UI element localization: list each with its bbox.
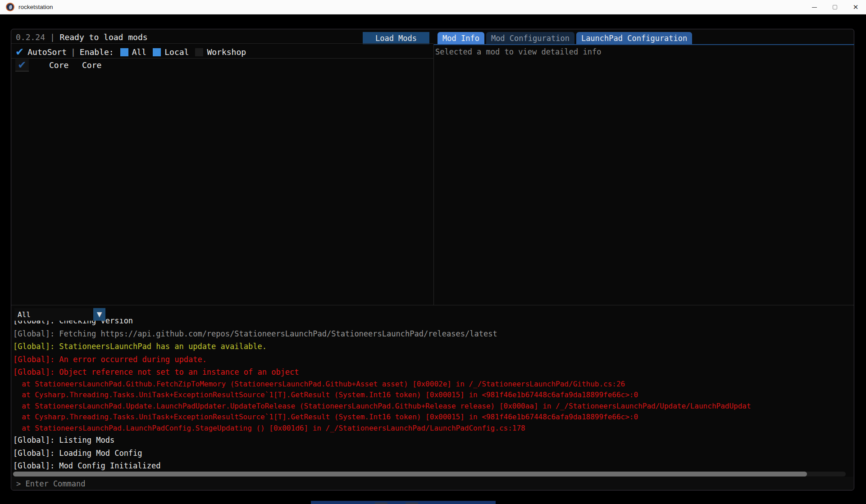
log-filter-value: All bbox=[18, 310, 93, 319]
log-line: [Global]: Checking version bbox=[13, 318, 852, 327]
app-panel: 0.2.24 | Ready to load mods Load Mods Mo… bbox=[11, 29, 854, 490]
maximize-button[interactable] bbox=[825, 0, 845, 14]
log-filter-dropdown[interactable]: All ▼ bbox=[14, 308, 105, 321]
log-line: at Cysharp.Threading.Tasks.UniTask+Excep… bbox=[13, 412, 852, 423]
minimize-icon bbox=[812, 7, 817, 8]
log-line: [Global]: Fetching https://api.github.co… bbox=[13, 327, 852, 341]
command-row bbox=[12, 477, 853, 490]
tab-mod-configuration[interactable]: Mod Configuration bbox=[486, 32, 574, 44]
filter-label-all[interactable]: All bbox=[132, 47, 147, 57]
version-label: 0.2.24 bbox=[16, 32, 45, 42]
filter-checkbox-local[interactable] bbox=[153, 48, 161, 56]
panel-divider bbox=[433, 45, 434, 305]
chevron-down-icon: ▼ bbox=[97, 311, 102, 318]
filter-checkbox-all[interactable] bbox=[120, 48, 128, 56]
log-line: [Global]: StationeersLaunchPad has an up… bbox=[13, 340, 852, 353]
header-divider bbox=[11, 43, 433, 44]
log-line: at StationeersLaunchPad.Github.FetchZipT… bbox=[13, 379, 852, 390]
mod-row-core[interactable]: ✔ Core Core bbox=[11, 59, 433, 73]
horizontal-scrollbar-thumb[interactable] bbox=[13, 472, 807, 477]
detail-placeholder: Selected a mod to view detailed info bbox=[435, 47, 601, 56]
status-text: Ready to load mods bbox=[60, 32, 148, 42]
tab-underline bbox=[433, 44, 854, 45]
log-lines: [Global]: Checking version[Global]: Fetc… bbox=[13, 318, 852, 471]
autosort-checkbox[interactable]: ✔ bbox=[15, 47, 24, 57]
console-divider bbox=[11, 305, 854, 305]
log-line: at StationeersLaunchPad.Update.LaunchPad… bbox=[13, 401, 852, 412]
close-button[interactable]: ✕ bbox=[845, 0, 866, 14]
window-controls: ✕ bbox=[804, 0, 866, 14]
status-line: 0.2.24 | Ready to load mods bbox=[16, 32, 148, 42]
mod-enabled-checkbox[interactable]: ✔ bbox=[15, 59, 29, 72]
tab-launchpad-configuration[interactable]: LaunchPad Configuration bbox=[576, 32, 692, 44]
autosort-row: ✔ AutoSort | Enable: All Local Workshop bbox=[15, 46, 246, 58]
log-line: [Global]: Loading Mod Config bbox=[13, 447, 852, 460]
log-line: [Global]: An error occurred during updat… bbox=[13, 353, 852, 366]
mod-name: Core bbox=[49, 60, 68, 70]
filter-separator: | bbox=[71, 47, 76, 57]
filter-checkbox-workshop[interactable] bbox=[195, 48, 203, 56]
close-icon: ✕ bbox=[853, 4, 859, 11]
dropdown-button[interactable]: ▼ bbox=[93, 308, 105, 321]
taskbar-hint bbox=[406, 503, 418, 504]
mod-check-icon: ✔ bbox=[18, 60, 26, 70]
mod-source: Core bbox=[82, 60, 101, 70]
taskbar-hint bbox=[375, 503, 387, 504]
log-line: at StationeersLaunchPad.LaunchPadConfig.… bbox=[13, 423, 852, 434]
log-line: [Global]: Object reference not set to an… bbox=[13, 366, 852, 379]
filter-label-workshop[interactable]: Workshop bbox=[207, 47, 246, 57]
log-line: [Global]: Listing Mods bbox=[13, 434, 852, 447]
status-separator: | bbox=[50, 32, 55, 42]
filter-label-local[interactable]: Local bbox=[164, 47, 189, 57]
tab-mod-info[interactable]: Mod Info bbox=[438, 32, 484, 44]
log-line: at Cysharp.Threading.Tasks.UniTask+Excep… bbox=[13, 390, 852, 401]
minimize-button[interactable] bbox=[804, 0, 825, 14]
tab-bar: Mod InfoMod ConfigurationLaunchPad Confi… bbox=[438, 32, 692, 44]
maximize-icon bbox=[833, 5, 837, 9]
horizontal-scrollbar-track[interactable] bbox=[13, 472, 846, 477]
log-viewport: [Global]: Checking version[Global]: Fetc… bbox=[13, 318, 852, 471]
app-icon bbox=[6, 3, 14, 11]
load-mods-button[interactable]: Load Mods bbox=[363, 32, 429, 44]
taskbar-peek-strip bbox=[311, 501, 496, 504]
log-line: [Global]: Mod Config Initialized bbox=[13, 459, 852, 471]
command-input[interactable] bbox=[12, 477, 853, 490]
titlebar: rocketstation ✕ bbox=[0, 0, 866, 14]
window-title: rocketstation bbox=[18, 4, 53, 10]
autosort-label[interactable]: AutoSort bbox=[27, 47, 67, 57]
mod-list-divider bbox=[11, 58, 433, 59]
enable-label: Enable: bbox=[80, 47, 114, 57]
